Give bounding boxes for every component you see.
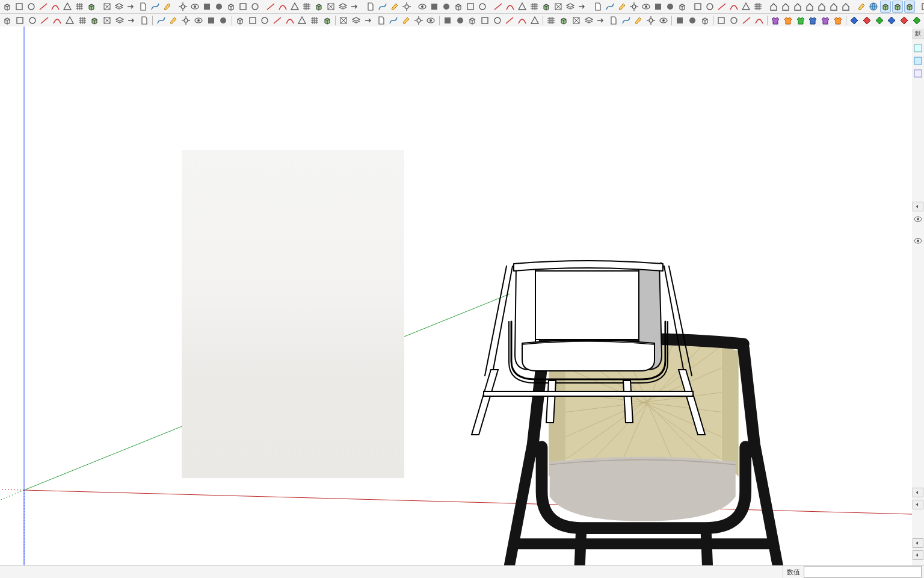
line-b5[interactable] <box>205 14 217 26</box>
array-a6[interactable] <box>325 1 336 13</box>
measurement-input[interactable] <box>804 566 922 578</box>
render-a1[interactable] <box>856 1 867 13</box>
copy-b8[interactable] <box>425 14 437 26</box>
view-b11[interactable] <box>126 14 138 26</box>
solid-a7[interactable] <box>250 1 260 13</box>
push-b5[interactable] <box>284 14 295 26</box>
layer-a5[interactable] <box>741 1 751 13</box>
misc-a3[interactable] <box>26 1 37 13</box>
tray-toggle-4[interactable] <box>913 538 923 548</box>
group-a3[interactable] <box>517 1 528 13</box>
group-a6[interactable] <box>553 1 564 13</box>
group-a2[interactable] <box>505 1 516 13</box>
layer-a1[interactable] <box>692 1 703 13</box>
tray-eye-2[interactable] <box>913 235 923 246</box>
array-a7[interactable] <box>337 1 348 13</box>
diamond-b1[interactable] <box>849 14 860 26</box>
paint-a7[interactable] <box>665 1 676 13</box>
house-a1[interactable] <box>768 1 779 13</box>
tray-toggle-1[interactable] <box>913 202 923 211</box>
style-b2[interactable] <box>687 14 698 26</box>
view-b10[interactable] <box>114 14 125 26</box>
comp-a4[interactable] <box>453 1 464 13</box>
solid-a4[interactable] <box>214 1 224 13</box>
grid-a3[interactable] <box>126 1 137 13</box>
solid-a6[interactable] <box>238 1 248 13</box>
line-b1[interactable] <box>155 14 167 26</box>
sect-b6[interactable] <box>608 14 620 26</box>
view-b3[interactable] <box>26 14 38 26</box>
group-a1[interactable] <box>493 1 504 13</box>
style-b3[interactable] <box>700 14 711 26</box>
cloth-b2[interactable] <box>783 14 794 26</box>
line-b6[interactable] <box>218 14 229 26</box>
copy-b6[interactable] <box>401 14 412 26</box>
copy-b2[interactable] <box>351 14 362 26</box>
view-b1[interactable] <box>2 14 13 26</box>
layer-a4[interactable] <box>728 1 739 13</box>
grid-a1[interactable] <box>102 1 112 13</box>
array-a8[interactable] <box>350 1 360 13</box>
array-a4[interactable] <box>301 1 312 13</box>
push-b2[interactable] <box>247 14 258 26</box>
cloth-b5[interactable] <box>820 14 831 26</box>
group-a4[interactable] <box>529 1 540 13</box>
paint-a1[interactable] <box>593 1 603 13</box>
curve-a1[interactable] <box>920 1 924 13</box>
paint-a2[interactable] <box>605 1 615 13</box>
solid-a5[interactable] <box>226 1 236 13</box>
copy-b3[interactable] <box>363 14 374 26</box>
group-a8[interactable] <box>577 1 588 13</box>
geo-b2[interactable] <box>728 14 740 26</box>
line-b4[interactable] <box>192 14 204 26</box>
style-b1[interactable] <box>674 14 686 26</box>
flip[interactable] <box>377 1 388 13</box>
line-b2[interactable] <box>168 14 179 26</box>
house-a7[interactable] <box>840 1 851 13</box>
misc-a2[interactable] <box>14 1 25 13</box>
paint-a5[interactable] <box>641 1 651 13</box>
solid-a2[interactable] <box>189 1 200 13</box>
mat-b5[interactable] <box>491 14 503 26</box>
axis-tools[interactable] <box>389 1 400 13</box>
geo-b4[interactable] <box>753 14 765 26</box>
mat-b2[interactable] <box>454 14 466 26</box>
grid-a5[interactable] <box>150 1 161 13</box>
copy-b7[interactable] <box>413 14 424 26</box>
sect-b10[interactable] <box>658 14 669 26</box>
tray-icon-1[interactable] <box>913 43 923 54</box>
solid-a1[interactable] <box>177 1 188 13</box>
misc-a8[interactable] <box>86 1 97 13</box>
view-b5[interactable] <box>52 14 63 26</box>
mat-b6[interactable] <box>504 14 516 26</box>
cloth-b1[interactable] <box>770 14 781 26</box>
cloth-b3[interactable] <box>795 14 806 26</box>
house-a6[interactable] <box>828 1 839 13</box>
diamond-b2[interactable] <box>861 14 873 26</box>
geo-b3[interactable] <box>741 14 753 26</box>
layer-a3[interactable] <box>716 1 727 13</box>
grid-a6[interactable] <box>162 1 173 13</box>
tray-toggle-3[interactable] <box>913 500 923 509</box>
render-a4[interactable] <box>892 1 903 13</box>
misc-a7[interactable] <box>74 1 85 13</box>
house-a2[interactable] <box>780 1 791 13</box>
push-b4[interactable] <box>272 14 283 26</box>
tray-toggle-5[interactable] <box>913 550 923 560</box>
tray-header[interactable]: 默 <box>912 29 924 39</box>
array-a3[interactable] <box>289 1 300 13</box>
sect-b4[interactable] <box>583 14 594 26</box>
comp-a5[interactable] <box>465 1 476 13</box>
render-a2[interactable] <box>868 1 879 13</box>
paint-a4[interactable] <box>629 1 639 13</box>
array-a1[interactable] <box>265 1 276 13</box>
diamond-b3[interactable] <box>873 14 885 26</box>
paint-a3[interactable] <box>617 1 627 13</box>
view-b2[interactable] <box>14 14 26 26</box>
column-tool[interactable] <box>401 1 412 13</box>
view-b8[interactable] <box>89 14 100 26</box>
comp-a1[interactable] <box>417 1 428 13</box>
copy-b1[interactable] <box>338 14 350 26</box>
misc-a6[interactable] <box>62 1 73 13</box>
grid-a4[interactable] <box>138 1 149 13</box>
